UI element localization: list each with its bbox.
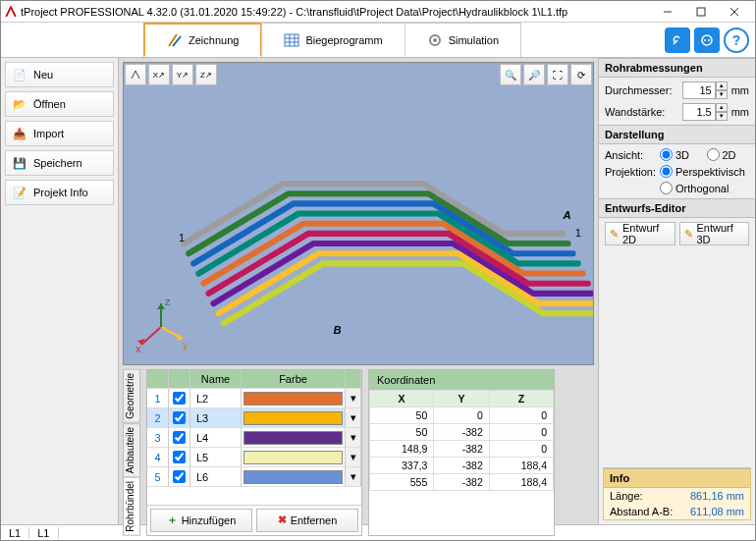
col-name: Name [190,370,242,389]
durchmesser-input[interactable] [682,81,716,99]
dropdown-icon[interactable]: ▾ [346,389,361,408]
svg-point-12 [433,38,437,42]
minimize-button[interactable] [651,2,684,22]
row-checkbox[interactable] [173,431,186,444]
color-swatch[interactable] [243,451,343,464]
label: Import [33,128,64,139]
color-swatch[interactable] [243,411,343,425]
svg-text:y: y [183,339,189,351]
col-farbe: Farbe [242,370,346,389]
svg-rect-1 [697,8,705,16]
wandstaerke-label: Wandstärke: [605,106,678,118]
row-checkbox[interactable] [173,470,186,483]
new-button[interactable]: 📄Neu [5,62,114,87]
import-button[interactable]: 📥Import [5,121,114,146]
sidebar: 📄Neu 📂Öffnen 📥Import 💾Speichern 📝Projekt… [1,58,119,524]
remote-button[interactable] [694,27,720,53]
projektion-label: Projektion: [605,166,656,178]
coord-row[interactable]: 148,9-3820 [370,441,554,458]
zoom-out-button[interactable]: 🔎 [523,64,545,85]
close-button[interactable] [718,2,751,22]
vtab-geometrie[interactable]: Geometrie [123,369,140,423]
remove-button[interactable]: ✖Entfernen [256,509,358,532]
col-x: X [370,391,434,407]
file-new-icon: 📄 [12,67,27,82]
add-button[interactable]: ＋Hinzufügen [150,509,252,532]
radio-3d[interactable] [660,148,673,161]
tab-zeichnung[interactable]: Zeichnung [143,23,262,57]
spin-down[interactable]: ▼ [716,112,728,121]
ansicht-label: Ansicht: [605,149,656,161]
view-x-button[interactable]: X↗ [148,64,170,85]
folder-open-icon: 📂 [12,96,27,112]
spin-up[interactable]: ▲ [716,81,728,90]
entwurf-3d-button[interactable]: ✎Entwurf 3D [679,222,750,245]
viewport-3d[interactable]: A B 1 1 x y z [123,62,594,365]
dropdown-icon[interactable]: ▾ [346,467,361,487]
coord-panel: Koordinaten X Y Z 500050-3820148,9-38203… [368,369,555,536]
view-z-button[interactable]: Z↗ [195,64,217,85]
entwurf-2d-button[interactable]: ✎Entwurf 2D [605,222,675,245]
color-swatch[interactable] [243,470,343,484]
row-number: 2 [147,408,169,428]
row-name: L5 [190,448,242,467]
rohr-header: Rohrabmessungen [599,58,755,78]
row-checkbox[interactable] [173,392,186,405]
table-row[interactable]: 4 L5 ▾ [147,448,361,467]
status-l1b: L1 [29,527,58,539]
row-checkbox[interactable] [173,411,186,424]
window-title: tProject PROFESSIONAL 4.32.0 (31.01.2020… [21,6,651,18]
table-row[interactable]: 3 L4 ▾ [147,428,361,448]
row-number: 4 [147,448,169,467]
color-swatch[interactable] [243,392,343,406]
row-name: L2 [190,389,242,408]
color-swatch[interactable] [243,431,343,445]
maximize-button[interactable] [684,2,718,22]
dropdown-icon[interactable]: ▾ [346,428,361,448]
fit-button[interactable]: ⛶ [547,64,568,85]
dropdown-icon[interactable]: ▾ [346,448,361,467]
import-icon: 📥 [12,126,27,141]
radio-2d[interactable] [707,148,720,161]
label: Projekt Info [33,187,88,198]
coord-row[interactable]: 337,3-382188,4 [370,458,554,474]
bundle-grid: Name Farbe 1 L2 ▾2 L3 ▾3 L4 ▾4 L5 ▾5 L6 … [146,369,362,536]
radio-ortho[interactable] [660,182,673,194]
rotate-button[interactable]: ⟳ [570,64,592,85]
open-button[interactable]: 📂Öffnen [5,91,114,117]
col-z: Z [489,391,553,407]
coord-row[interactable]: 50-3820 [370,424,554,441]
tools-button[interactable] [665,27,690,53]
svg-rect-6 [285,34,298,46]
info-icon: 📝 [12,185,27,200]
label: Speichern [33,157,82,169]
radio-persp[interactable] [660,165,673,178]
project-info-button[interactable]: 📝Projekt Info [5,180,114,205]
view-iso-button[interactable] [125,64,146,85]
table-row[interactable]: 5 L6 ▾ [147,467,361,487]
tab-label: Simulation [449,34,499,46]
wandstaerke-input[interactable] [682,103,716,121]
titlebar: tProject PROFESSIONAL 4.32.0 (31.01.2020… [1,1,755,23]
vtab-rohrbuendel[interactable]: Rohrbündel [123,477,140,536]
unit: mm [731,106,749,118]
ribbon: Zeichnung Biegeprogramm Simulation ? [1,23,755,58]
info-header: Info [604,468,750,488]
help-button[interactable]: ? [724,27,749,53]
tab-biegeprogramm[interactable]: Biegeprogramm [261,23,405,57]
table-row[interactable]: 2 L3 ▾ [147,408,361,428]
table-row[interactable]: 1 L2 ▾ [147,389,361,408]
row-checkbox[interactable] [173,451,186,463]
coord-row[interactable]: 555-382188,4 [370,474,554,491]
vtab-anbauteile[interactable]: Anbauteile [123,423,140,477]
tab-simulation[interactable]: Simulation [405,23,521,57]
save-button[interactable]: 💾Speichern [5,150,114,176]
label: Öffnen [33,98,66,110]
spin-down[interactable]: ▼ [716,90,728,99]
dropdown-icon[interactable]: ▾ [346,408,361,428]
zoom-in-button[interactable]: 🔍 [500,64,521,85]
label: Neu [33,69,53,81]
spin-up[interactable]: ▲ [716,103,728,112]
coord-row[interactable]: 5000 [370,407,554,424]
view-y-button[interactable]: Y↗ [172,64,193,85]
